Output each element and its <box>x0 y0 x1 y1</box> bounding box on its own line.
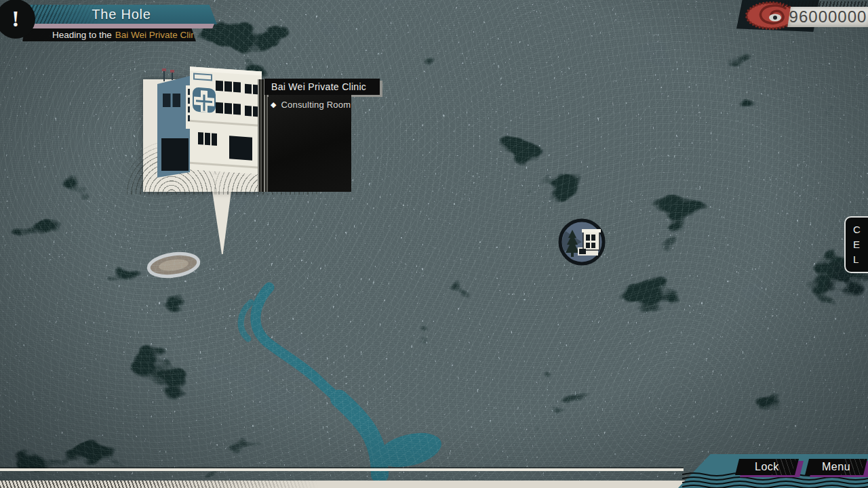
cel-letter: L <box>853 253 868 266</box>
lock-button-label: Lock <box>755 461 779 473</box>
menu-item-consulting-room[interactable]: ◆ Consulting Room <box>269 95 351 114</box>
menu-item-label: Consulting Room <box>281 100 351 110</box>
lock-button[interactable]: Lock <box>737 459 797 475</box>
popup-destination-menu: ◆ Consulting Room <box>269 95 351 192</box>
cel-letter: C <box>853 223 868 237</box>
subtitle-destination: Bai Wei Private Clinic <box>115 30 203 40</box>
cel-phone-tab[interactable]: C E L <box>844 216 868 273</box>
bottom-divider-line <box>0 468 684 471</box>
currency-amount: 96000000 <box>789 7 868 27</box>
currency-display: 96000000 <box>787 7 868 27</box>
clinic-building-illustration <box>149 58 266 194</box>
banner-accent-strip <box>30 24 214 28</box>
map-background <box>0 0 868 488</box>
location-banner: The Hole <box>26 5 217 24</box>
destination-subtitle: Heading to theBai Wei Private Clinic <box>22 28 196 41</box>
menu-button[interactable]: Menu <box>807 459 865 475</box>
game-screen: Bai Wei Private Clinic ◆ Consulting Room <box>0 0 868 488</box>
map-building-speckle <box>0 0 868 488</box>
clinic-map-marker[interactable] <box>557 218 606 266</box>
diamond-bullet-icon: ◆ <box>271 101 276 108</box>
menu-button-label: Menu <box>822 461 850 473</box>
popup-location-title: Bai Wei Private Clinic <box>264 79 380 95</box>
currency-hatch-texture <box>781 1 868 7</box>
popup-divider <box>258 79 269 192</box>
cel-letter: E <box>853 238 868 251</box>
subtitle-prefix: Heading to the <box>52 30 112 40</box>
